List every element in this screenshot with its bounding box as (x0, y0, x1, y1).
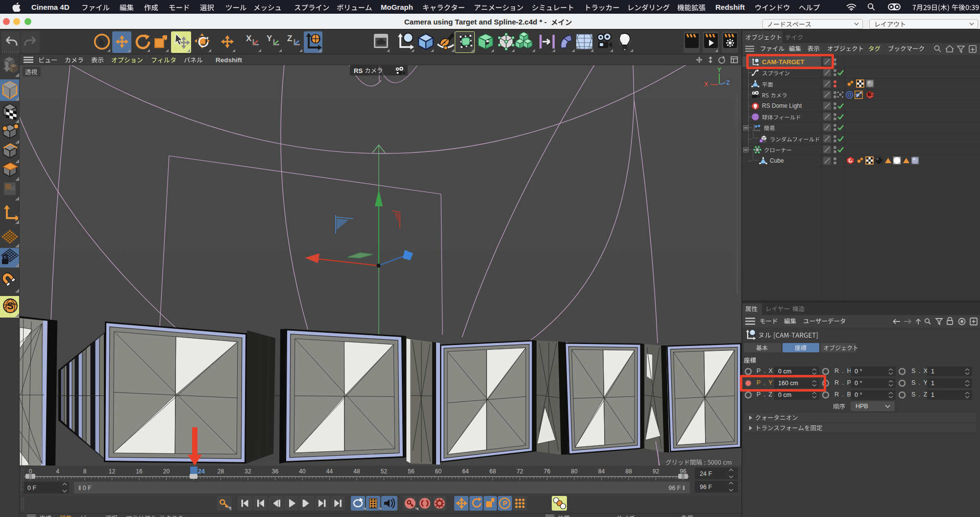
svg-text:32: 32 (245, 468, 251, 475)
svg-text:92: 92 (653, 468, 660, 475)
svg-text:44: 44 (326, 468, 333, 475)
svg-text:P: P (503, 499, 507, 507)
svg-text:X: X (704, 81, 708, 88)
svg-text:96: 96 (680, 468, 686, 475)
svg-text:Z: Z (726, 79, 730, 86)
svg-text:36: 36 (272, 468, 279, 475)
svg-text:48: 48 (353, 468, 360, 475)
svg-text:40: 40 (299, 468, 306, 475)
svg-text:16: 16 (136, 468, 143, 475)
svg-text:52: 52 (381, 468, 388, 475)
svg-text:68: 68 (490, 468, 496, 475)
svg-text:88: 88 (625, 468, 632, 475)
svg-text:72: 72 (516, 468, 523, 475)
svg-text:84: 84 (598, 468, 605, 475)
svg-text:96 F: 96 F (700, 484, 712, 491)
svg-text:RS: RS (354, 67, 363, 74)
svg-text:76: 76 (544, 468, 551, 475)
svg-text:20: 20 (163, 468, 170, 475)
svg-text:80: 80 (571, 468, 578, 475)
svg-text:S: S (7, 300, 13, 311)
svg-text:0: 0 (29, 468, 32, 475)
svg-text:96 F ‖: 96 F ‖ (668, 485, 685, 492)
svg-text:12: 12 (109, 468, 116, 475)
svg-text:24: 24 (198, 468, 205, 475)
svg-text:60: 60 (435, 468, 442, 475)
svg-text:8: 8 (83, 468, 87, 475)
svg-text:0 F: 0 F (27, 485, 36, 492)
svg-text:Y: Y (717, 67, 721, 74)
svg-text:28: 28 (218, 468, 224, 475)
svg-text:‖ 0 F: ‖ 0 F (78, 485, 92, 492)
svg-text:24 F: 24 F (700, 470, 712, 477)
svg-text:56: 56 (408, 468, 415, 475)
svg-text:64: 64 (462, 468, 469, 475)
svg-text:4: 4 (56, 468, 59, 475)
